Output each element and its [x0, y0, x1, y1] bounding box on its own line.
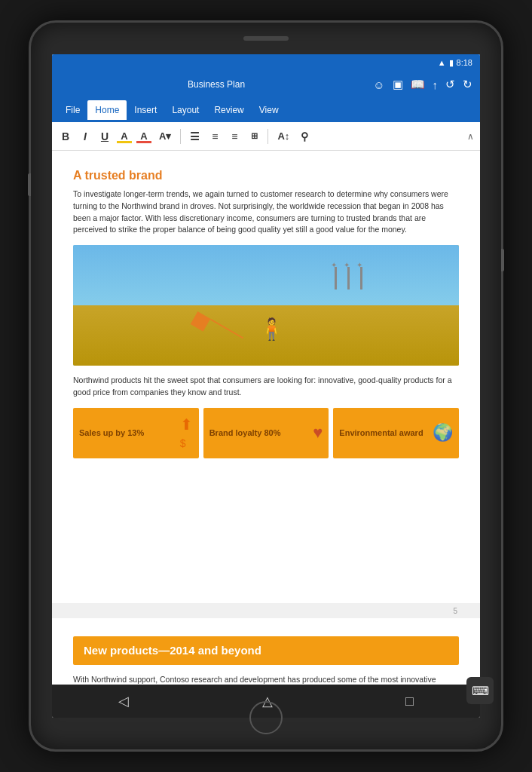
new-products-heading: New products—2014 and beyond	[84, 644, 261, 657]
ribbon-tabs: File Home Insert Layout Review View	[52, 98, 480, 122]
align-justify-button[interactable]: ⊞	[246, 130, 261, 142]
tab-home[interactable]: Home	[87, 100, 127, 120]
info-box-env-label: Environmental award	[339, 428, 423, 437]
power-button[interactable]	[501, 249, 504, 271]
book-icon[interactable]: 📖	[411, 78, 425, 91]
title-bar: Business Plan ☺ ▣ 📖 ↑ ↺ ↻	[52, 71, 480, 98]
kite-image: ◆ 🧍	[73, 245, 459, 366]
page-number: 5	[453, 607, 457, 615]
font-size-button[interactable]: A▾	[156, 129, 174, 143]
numbered-list-button[interactable]: ≡	[207, 129, 222, 144]
status-bar: ▲ ▮ 8:18	[52, 54, 480, 71]
page-2: New products—2014 and beyond With Northw…	[52, 618, 480, 685]
windmills	[335, 267, 362, 290]
person-icon: 🧍	[258, 317, 285, 342]
volume-button[interactable]	[28, 173, 31, 196]
find-button[interactable]: ⚲	[297, 129, 312, 144]
share-icon[interactable]: ↑	[433, 78, 439, 91]
arrow-up-dollar-icon: ⬆$	[180, 415, 193, 451]
back-button[interactable]: ◁	[118, 693, 129, 709]
toolbar-separator-1	[180, 129, 181, 144]
globe-icon: 🌍	[433, 423, 453, 443]
page-1: A trusted brand To investigate longer-te…	[52, 151, 480, 603]
status-icons: ▲ ▮ 8:18	[438, 58, 472, 68]
section-heading-trusted-brand: A trusted brand	[73, 169, 459, 182]
tab-file[interactable]: File	[58, 100, 87, 120]
info-box-sales-label: Sales up by 13%	[79, 428, 144, 437]
highlight-button[interactable]: A	[117, 129, 132, 143]
italic-button[interactable]: I	[78, 129, 93, 144]
redo-icon[interactable]: ↻	[463, 78, 472, 91]
align-left-button[interactable]: ≡	[227, 129, 242, 144]
collapse-ribbon-button[interactable]: ∧	[467, 131, 474, 142]
document-area[interactable]: A trusted brand To investigate longer-te…	[52, 151, 480, 685]
underline-button[interactable]: U	[97, 129, 112, 144]
wifi-icon: ▲	[438, 58, 446, 67]
caption-text: Northwind products hit the sweet spot th…	[73, 375, 459, 399]
windmill-2	[347, 267, 350, 290]
floating-action-button[interactable]: ⌨	[466, 677, 480, 685]
info-box-environment: Environmental award 🌍	[333, 408, 459, 458]
battery-icon: ▮	[449, 58, 454, 68]
font-color-button[interactable]: A	[136, 129, 151, 143]
bullet-list-button[interactable]: ☰	[187, 129, 203, 144]
time: 8:18	[457, 58, 472, 67]
info-boxes: Sales up by 13% ⬆$ Brand loyalty 80% ♥ E…	[73, 408, 459, 458]
toolbar-right: ∧	[467, 131, 474, 142]
tab-view[interactable]: View	[252, 100, 286, 120]
recents-button[interactable]: □	[405, 694, 414, 709]
toolbar-separator-2	[268, 129, 268, 144]
info-box-loyalty-label: Brand loyalty 80%	[209, 428, 281, 437]
tablet-device: ▲ ▮ 8:18 Business Plan ☺ ▣ 📖 ↑ ↺ ↻ File …	[29, 20, 503, 752]
bold-button[interactable]: B	[58, 129, 73, 144]
tab-insert[interactable]: Insert	[127, 100, 164, 120]
title-icons: ☺ ▣ 📖 ↑ ↺ ↻	[373, 78, 472, 91]
windmill-3	[360, 267, 362, 290]
home-button[interactable]: △	[262, 693, 273, 709]
new-products-heading-bar: New products—2014 and beyond	[73, 636, 459, 665]
screen: ▲ ▮ 8:18 Business Plan ☺ ▣ 📖 ↑ ↺ ↻ File …	[52, 54, 480, 718]
heart-icon: ♥	[313, 423, 323, 443]
info-box-loyalty: Brand loyalty 80% ♥	[203, 408, 329, 458]
tab-layout[interactable]: Layout	[164, 100, 206, 120]
bottom-nav: ◁ △ □	[52, 685, 480, 718]
info-box-sales: Sales up by 13% ⬆$	[73, 408, 199, 458]
floating-btn-icon: ⌨	[472, 684, 481, 685]
undo-icon[interactable]: ↺	[445, 78, 455, 91]
emoji-icon[interactable]: ☺	[373, 78, 384, 91]
document-title: Business Plan	[60, 79, 373, 90]
body-text-trusted-brand: To investigate longer-term trends, we ag…	[73, 188, 459, 236]
toolbar: B I U A A A▾ ☰ ≡ ≡ ⊞ A↕ ⚲ ∧	[52, 122, 480, 151]
page-separator: 5	[52, 603, 480, 618]
save-icon[interactable]: ▣	[393, 78, 403, 91]
body-text-new-products-1: With Northwind support, Contoso research…	[73, 674, 459, 685]
tab-review[interactable]: Review	[206, 100, 251, 120]
windmill-1	[335, 267, 337, 290]
sky-background	[73, 245, 459, 311]
font-format-button[interactable]: A↕	[274, 129, 292, 143]
